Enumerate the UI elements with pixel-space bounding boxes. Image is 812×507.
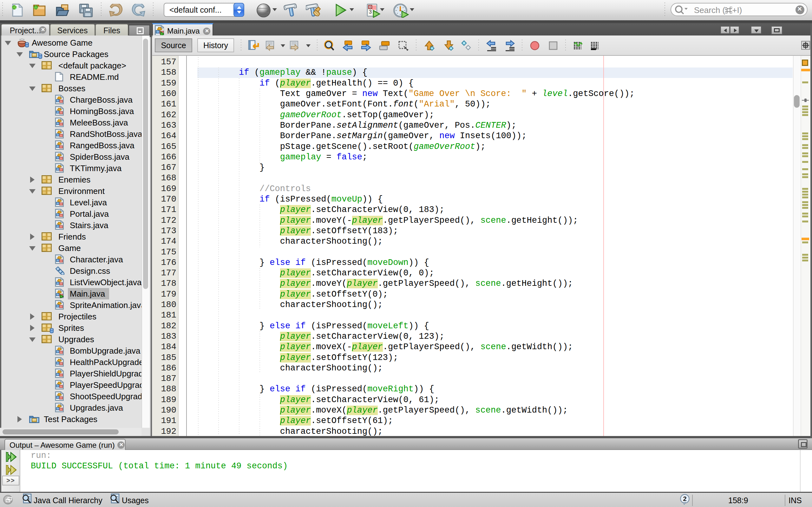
svg-text:3: 3 bbox=[369, 9, 372, 14]
svg-text:2: 2 bbox=[683, 495, 687, 502]
